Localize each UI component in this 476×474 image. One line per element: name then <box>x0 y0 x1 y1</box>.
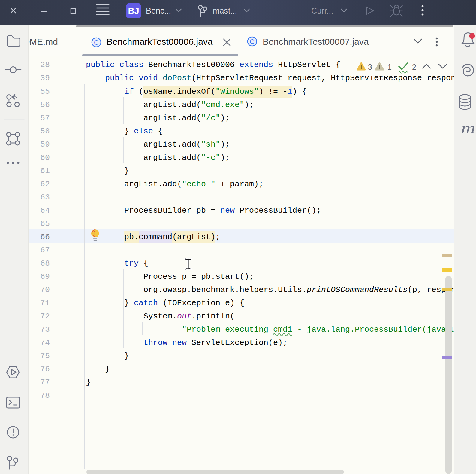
svg-text:Benc...: Benc... <box>146 6 171 15</box>
svg-text:Curr...: Curr... <box>311 6 333 15</box>
svg-text:3: 3 <box>368 63 372 71</box>
svg-text:BJ: BJ <box>128 6 139 16</box>
svg-text:1: 1 <box>387 63 392 71</box>
svg-text:C: C <box>94 39 99 46</box>
svg-text:m: m <box>461 120 475 137</box>
svg-text:mast...: mast... <box>213 6 237 15</box>
svg-text:C: C <box>250 38 255 45</box>
svg-text:2: 2 <box>412 63 416 71</box>
